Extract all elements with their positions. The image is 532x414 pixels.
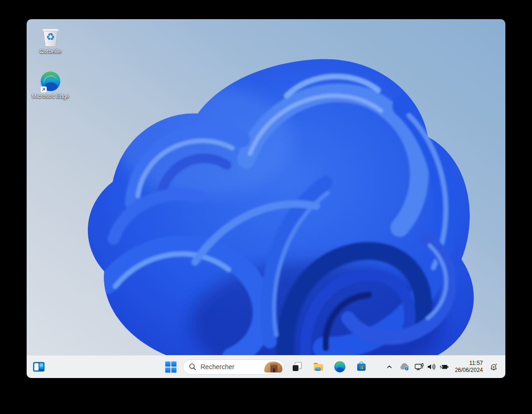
- svg-text:z: z: [496, 363, 497, 365]
- file-explorer-icon: [312, 361, 324, 373]
- clock[interactable]: 11:57 26/06/2024: [452, 360, 486, 374]
- task-view-icon: [291, 361, 302, 372]
- show-hidden-icons-button[interactable]: [382, 357, 396, 376]
- clock-date: 26/06/2024: [455, 367, 483, 374]
- onedrive-cloud-icon: [399, 363, 410, 371]
- desktop-icon-microsoft-edge[interactable]: Microsoft Edge: [29, 69, 72, 100]
- desktop-wallpaper: [27, 19, 505, 378]
- desktop-icon-label: Microsoft Edge: [32, 93, 69, 100]
- battery-charging-icon: [439, 364, 449, 371]
- file-explorer-button[interactable]: [309, 357, 328, 376]
- start-button[interactable]: [161, 357, 180, 376]
- widgets-icon: [33, 362, 45, 372]
- task-view-button[interactable]: [288, 357, 306, 376]
- system-tray-status-button[interactable]: [412, 357, 451, 376]
- volume-icon: [427, 363, 436, 371]
- chevron-up-icon: [386, 364, 393, 370]
- svg-text:z: z: [493, 365, 495, 368]
- shortcut-arrow-icon: [41, 86, 47, 93]
- clock-time: 11:57: [455, 360, 483, 367]
- bloom-wallpaper-graphic: [27, 19, 505, 378]
- network-icon: [415, 363, 424, 371]
- windows-desktop: ♻ Corbeille Microsoft Edge: [27, 19, 505, 378]
- microsoft-store-button[interactable]: [352, 357, 371, 376]
- vm-frame: ♻ Corbeille Microsoft Edge: [0, 0, 532, 414]
- edge-logo-icon: [40, 69, 61, 92]
- recycle-bin-icon: ♻: [40, 24, 61, 47]
- desktop-icon-recycle-bin[interactable]: ♻ Corbeille: [29, 24, 72, 55]
- onedrive-tray-button[interactable]: [397, 357, 411, 376]
- windows-start-icon: [165, 361, 177, 373]
- svg-text:♻: ♻: [46, 31, 55, 43]
- search-highlight-image[interactable]: [263, 360, 283, 374]
- edge-logo-icon: [334, 361, 346, 373]
- search-placeholder-text: Rechercher: [201, 363, 234, 371]
- edge-taskbar-button[interactable]: [331, 357, 349, 376]
- search-icon: [189, 363, 196, 371]
- widgets-button[interactable]: [29, 357, 48, 376]
- microsoft-store-icon: [355, 361, 367, 373]
- do-not-disturb-bell-icon: z z: [489, 363, 498, 371]
- notification-center-button[interactable]: z z: [487, 357, 501, 376]
- desktop-icon-label: Corbeille: [39, 49, 61, 55]
- taskbar-search-box[interactable]: Rechercher: [183, 359, 285, 375]
- taskbar: Rechercher: [27, 355, 505, 378]
